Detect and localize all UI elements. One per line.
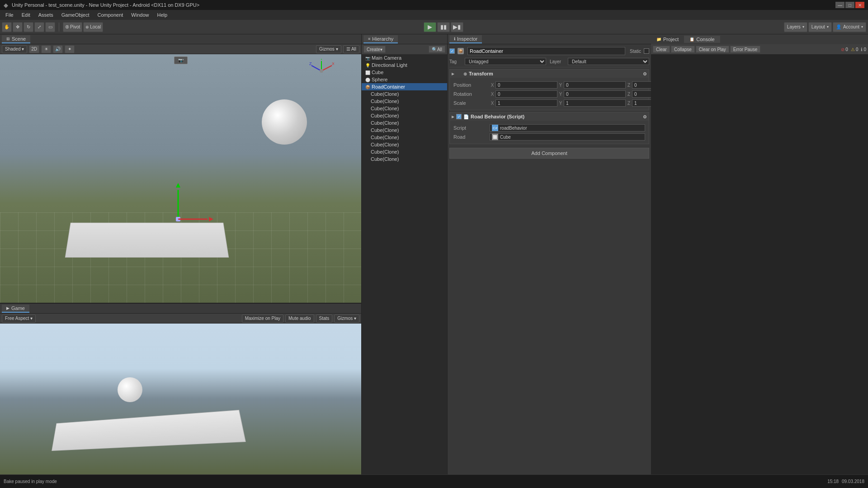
- warning-icon: ⚠: [851, 47, 855, 52]
- free-aspect-dropdown[interactable]: Free Aspect ▾: [2, 314, 36, 323]
- menu-edit[interactable]: Edit: [18, 11, 34, 19]
- list-item-clone-6[interactable]: Cube(Clone): [362, 127, 447, 134]
- scale-z[interactable]: [632, 99, 651, 107]
- list-item-clone-1[interactable]: Cube(Clone): [362, 90, 447, 98]
- tab-project[interactable]: 📁 Project: [651, 36, 684, 43]
- menu-file[interactable]: File: [2, 11, 17, 19]
- transform-header[interactable]: ▶ ⊕ Transform ⚙: [450, 70, 649, 78]
- transform-settings-icon[interactable]: ⚙: [643, 71, 647, 76]
- rotate-tool-btn[interactable]: ↻: [24, 22, 33, 32]
- object-icon: 📦: [458, 48, 464, 54]
- scene-toolbar: Shaded ▾ 2D ☀ 🔊 ✦ Gizmos ▾ ☰ All: [0, 44, 361, 54]
- shaded-dropdown[interactable]: Shaded ▾: [2, 45, 27, 53]
- tab-console[interactable]: 📋 Console: [684, 36, 720, 43]
- rotation-y[interactable]: [564, 90, 626, 98]
- list-item-clone-3[interactable]: Cube(Clone): [362, 105, 447, 112]
- add-component-btn[interactable]: Add Component: [449, 148, 649, 159]
- position-xyz: X Y Z: [490, 81, 651, 89]
- hierarchy-all-btn[interactable]: 🔍 All: [429, 46, 445, 53]
- scene-fx-btn[interactable]: ✦: [65, 45, 75, 53]
- list-item-clone-8[interactable]: Cube(Clone): [362, 141, 447, 148]
- scene-audio-btn[interactable]: 🔊: [53, 45, 63, 53]
- list-item-clone-4[interactable]: Cube(Clone): [362, 112, 447, 119]
- gizmos-dropdown[interactable]: Gizmos ▾: [316, 45, 341, 53]
- move-tool-btn[interactable]: ✥: [13, 22, 23, 32]
- menu-window[interactable]: Window: [127, 11, 152, 19]
- pause-btn[interactable]: ▮▮: [437, 22, 450, 32]
- collapse-btn[interactable]: Collapse: [671, 46, 695, 53]
- step-btn[interactable]: ▶▮: [451, 22, 463, 32]
- game-gizmos-dropdown[interactable]: Gizmos ▾: [334, 314, 359, 323]
- layers-dropdown[interactable]: Layers ▾: [784, 22, 807, 32]
- list-item-clone-7[interactable]: Cube(Clone): [362, 134, 447, 141]
- rotation-z[interactable]: [632, 90, 651, 98]
- object-name-field[interactable]: [467, 47, 625, 55]
- mute-audio-btn[interactable]: Mute audio: [285, 314, 314, 323]
- list-item-clone-10[interactable]: Cube(Clone): [362, 155, 447, 163]
- hierarchy-create-btn[interactable]: Create ▾: [363, 46, 386, 53]
- list-item-clone-2[interactable]: Cube(Clone): [362, 98, 447, 105]
- hierarchy-panel: ≡ Hierarchy Create ▾ 🔍 All 📷Main Camera …: [362, 34, 448, 474]
- stats-btn[interactable]: Stats: [316, 314, 333, 323]
- menu-gameobject[interactable]: GameObject: [58, 11, 93, 19]
- position-y[interactable]: [564, 81, 626, 89]
- clear-on-play-btn[interactable]: Clear on Play: [696, 46, 729, 53]
- position-z[interactable]: [632, 81, 651, 89]
- tab-inspector[interactable]: ℹ Inspector: [449, 35, 482, 43]
- rect-tool-btn[interactable]: ▭: [45, 22, 55, 32]
- win-maximize-btn[interactable]: □: [845, 2, 854, 8]
- tag-label: Tag: [449, 59, 461, 64]
- position-x[interactable]: [495, 81, 557, 89]
- top-right-btns: Layers ▾ Layout ▾ 👤 Account ▾: [784, 22, 866, 32]
- scene-viewport[interactable]: Y X Z 📷: [0, 54, 361, 303]
- list-item-clone-9[interactable]: Cube(Clone): [362, 148, 447, 155]
- tab-scene[interactable]: ⊞ Scene: [2, 35, 30, 43]
- account-dropdown[interactable]: 👤 Account ▾: [833, 22, 866, 32]
- hierarchy-item-sphere[interactable]: ⚪Sphere: [362, 76, 447, 83]
- win-close-btn[interactable]: ✕: [855, 2, 864, 8]
- clear-btn[interactable]: Clear: [653, 46, 670, 53]
- scale-y[interactable]: [564, 99, 626, 107]
- pivot-local-group: ⦿ Pivot ⊕ Local: [63, 22, 103, 32]
- menu-help[interactable]: Help: [153, 11, 171, 19]
- project-console-tabs: 📁 Project 📋 Console: [651, 34, 868, 44]
- road-behavior-header[interactable]: ▶ ✓ 📄 Road Behavior (Script) ⚙: [450, 113, 649, 121]
- tab-game[interactable]: ▶ Game: [2, 305, 29, 313]
- hierarchy-item-cube[interactable]: ⬜Cube: [362, 69, 447, 76]
- static-checkbox[interactable]: [644, 48, 649, 54]
- rotation-x[interactable]: [495, 90, 557, 98]
- hand-tool-btn[interactable]: ✋: [2, 22, 12, 32]
- local-icon: ⊕: [85, 25, 89, 29]
- hierarchy-item-main-camera[interactable]: 📷Main Camera: [362, 54, 447, 61]
- game-viewport[interactable]: [0, 324, 361, 474]
- road-behavior-enabled[interactable]: ✓: [456, 114, 462, 119]
- road-label: Road: [453, 134, 490, 140]
- local-btn[interactable]: ⊕ Local: [83, 22, 103, 32]
- tab-hierarchy[interactable]: ≡ Hierarchy: [363, 35, 398, 43]
- error-pause-btn[interactable]: Error Pause: [730, 46, 760, 53]
- hierarchy-item-directional-light[interactable]: 💡Directional Light: [362, 61, 447, 69]
- play-btn[interactable]: ▶: [424, 22, 436, 32]
- road-row: Road ⬜ Cube: [453, 133, 645, 141]
- scene-tab-icon: ⊞: [6, 37, 10, 41]
- win-minimize-btn[interactable]: —: [835, 2, 844, 8]
- layout-dropdown[interactable]: Layout ▾: [808, 22, 832, 32]
- menu-component[interactable]: Component: [94, 11, 127, 19]
- scene-lighting-btn[interactable]: ☀: [41, 45, 51, 53]
- cube-icon: ⬜: [365, 70, 370, 75]
- scene-viewport-container[interactable]: Y X Z 📷: [0, 54, 361, 303]
- scale-tool-btn[interactable]: ⤢: [34, 22, 44, 32]
- hierarchy-item-roadcontainer[interactable]: 📦RoadContainer: [362, 83, 447, 90]
- chevron-down-icon-7: ▾: [354, 316, 356, 321]
- list-item-clone-5[interactable]: Cube(Clone): [362, 119, 447, 127]
- pivot-btn[interactable]: ⦿ Pivot: [63, 22, 82, 32]
- layer-dropdown[interactable]: Default: [568, 58, 649, 65]
- object-enabled-checkbox[interactable]: ✓: [449, 48, 455, 54]
- 2d-btn[interactable]: 2D: [29, 45, 39, 53]
- scale-x[interactable]: [495, 99, 557, 107]
- maximize-on-play-btn[interactable]: Maximize on Play: [242, 314, 283, 323]
- all-layers-btn[interactable]: ☰ All: [343, 45, 359, 53]
- road-behavior-settings-icon[interactable]: ⚙: [643, 114, 647, 119]
- menu-assets[interactable]: Assets: [35, 11, 57, 19]
- tag-dropdown[interactable]: Untagged: [465, 58, 546, 65]
